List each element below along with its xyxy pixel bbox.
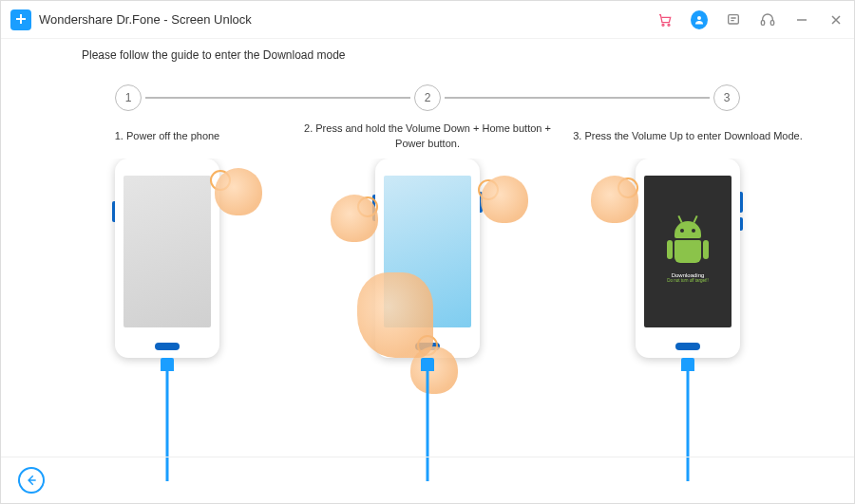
steps-row: 1. Power off the phone 2. Press and hold… <box>1 111 854 481</box>
step-column-3: 3. Press the Volume Up to enter Download… <box>564 121 811 481</box>
step-column-2: 2. Press and hold the Volume Down + Home… <box>304 121 551 481</box>
feedback-icon[interactable] <box>725 11 742 28</box>
finger-graphic <box>331 195 378 242</box>
step-3-label: 3. Press the Volume Up to enter Download… <box>564 121 811 151</box>
user-avatar-icon[interactable] <box>691 11 708 28</box>
finger-graphic <box>591 176 638 223</box>
android-icon <box>674 221 701 263</box>
step-number-3: 3 <box>713 84 740 111</box>
volume-button-graphic <box>740 217 743 231</box>
step-connector <box>445 97 710 99</box>
hand-graphic <box>357 272 433 358</box>
step-1-illustration <box>44 159 291 481</box>
step-number-1: 1 <box>115 84 142 111</box>
usb-cable-graphic <box>166 369 169 481</box>
back-button[interactable] <box>18 467 45 494</box>
step-1-label: 1. Power off the phone <box>44 121 291 151</box>
svg-rect-4 <box>761 20 764 25</box>
guide-instruction: Please follow the guide to enter the Dow… <box>1 48 854 62</box>
title-bar: Wondershare Dr.Fone - Screen Unlock <box>1 1 854 39</box>
arrow-left-icon <box>25 474 38 487</box>
home-button-graphic <box>155 343 180 350</box>
app-title: Wondershare Dr.Fone - Screen Unlock <box>39 12 252 27</box>
footer-divider <box>1 457 854 457</box>
svg-rect-5 <box>770 20 773 25</box>
svg-point-2 <box>697 16 701 20</box>
cart-icon[interactable] <box>656 11 674 28</box>
step-3-illustration: Downloading Do not turn off target!! <box>564 159 811 481</box>
svg-point-1 <box>668 24 670 26</box>
power-button-graphic <box>740 192 743 213</box>
home-button-graphic <box>675 343 700 350</box>
finger-graphic <box>481 176 528 223</box>
close-button[interactable] <box>827 11 845 28</box>
step-connector <box>145 97 410 99</box>
svg-rect-3 <box>729 14 739 23</box>
svg-point-0 <box>662 24 664 26</box>
phone-graphic <box>115 159 219 358</box>
app-logo-icon <box>10 9 31 30</box>
step-2-label: 2. Press and hold the Volume Down + Home… <box>304 121 551 151</box>
step-number-2: 2 <box>414 84 441 111</box>
step-2-illustration <box>304 159 551 481</box>
phone-screen-off <box>124 176 211 327</box>
content-area: Please follow the guide to enter the Dow… <box>1 39 854 481</box>
phone-screen-download-mode: Downloading Do not turn off target!! <box>644 176 732 327</box>
step-indicator: 1 2 3 <box>1 84 854 111</box>
titlebar-actions <box>656 11 845 28</box>
step-column-1: 1. Power off the phone <box>44 121 291 481</box>
power-button-graphic <box>112 201 115 222</box>
support-icon[interactable] <box>759 11 776 28</box>
minimize-button[interactable] <box>793 11 810 28</box>
usb-cable-graphic <box>687 369 690 481</box>
usb-cable-graphic <box>427 369 429 481</box>
finger-graphic <box>215 168 262 215</box>
downloading-subtext: Do not turn off target!! <box>667 278 709 283</box>
phone-graphic: Downloading Do not turn off target!! <box>636 159 740 358</box>
